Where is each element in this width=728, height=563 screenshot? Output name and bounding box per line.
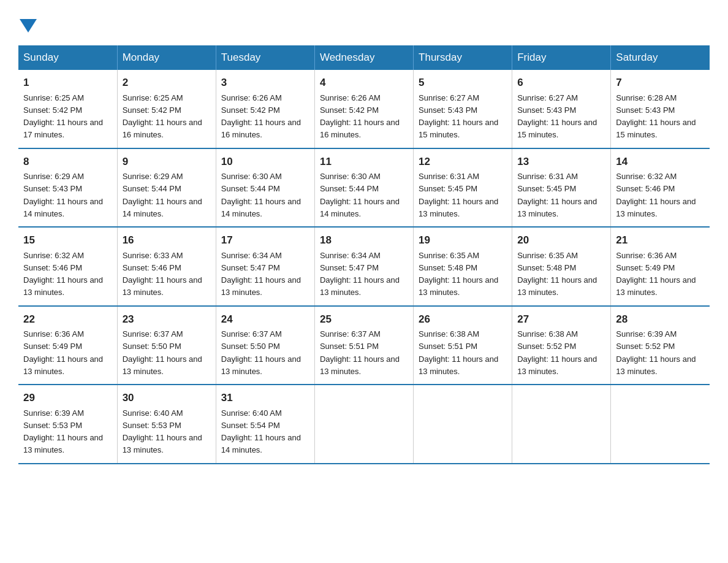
- day-number: 19: [419, 232, 507, 248]
- day-info: Sunrise: 6:30 AMSunset: 5:44 PMDaylight:…: [221, 172, 301, 218]
- calendar-cell: 29Sunrise: 6:39 AMSunset: 5:53 PMDayligh…: [18, 385, 117, 464]
- calendar-header-row: SundayMondayTuesdayWednesdayThursdayFrid…: [18, 45, 710, 70]
- day-info: Sunrise: 6:39 AMSunset: 5:53 PMDaylight:…: [23, 408, 103, 455]
- calendar-week-row: 15Sunrise: 6:32 AMSunset: 5:46 PMDayligh…: [18, 227, 710, 306]
- day-info: Sunrise: 6:40 AMSunset: 5:54 PMDaylight:…: [221, 408, 301, 455]
- day-info: Sunrise: 6:40 AMSunset: 5:53 PMDaylight:…: [123, 408, 202, 455]
- day-number: 29: [23, 390, 112, 406]
- calendar-cell: 4Sunrise: 6:26 AMSunset: 5:42 PMDaylight…: [314, 70, 413, 148]
- day-info: Sunrise: 6:27 AMSunset: 5:43 PMDaylight:…: [517, 93, 597, 140]
- calendar-cell: 15Sunrise: 6:32 AMSunset: 5:46 PMDayligh…: [18, 227, 117, 306]
- day-info: Sunrise: 6:39 AMSunset: 5:52 PMDaylight:…: [616, 329, 696, 376]
- day-number: 2: [123, 75, 211, 91]
- day-number: 11: [320, 154, 408, 170]
- day-number: 3: [221, 75, 309, 91]
- day-number: 8: [23, 154, 112, 170]
- day-info: Sunrise: 6:36 AMSunset: 5:49 PMDaylight:…: [616, 251, 696, 297]
- calendar-table: SundayMondayTuesdayWednesdayThursdayFrid…: [18, 45, 710, 464]
- calendar-cell: 13Sunrise: 6:31 AMSunset: 5:45 PMDayligh…: [512, 148, 611, 228]
- calendar-cell: 9Sunrise: 6:29 AMSunset: 5:44 PMDaylight…: [117, 148, 216, 228]
- calendar-cell: 12Sunrise: 6:31 AMSunset: 5:45 PMDayligh…: [414, 148, 512, 228]
- day-info: Sunrise: 6:33 AMSunset: 5:46 PMDaylight:…: [123, 251, 202, 297]
- logo-arrow-icon: [18, 21, 37, 33]
- day-number: 15: [23, 232, 112, 248]
- calendar-cell: 28Sunrise: 6:39 AMSunset: 5:52 PMDayligh…: [611, 306, 710, 385]
- day-number: 27: [517, 312, 605, 327]
- day-info: Sunrise: 6:38 AMSunset: 5:51 PMDaylight:…: [419, 329, 498, 376]
- day-info: Sunrise: 6:29 AMSunset: 5:44 PMDaylight:…: [123, 172, 202, 218]
- logo: [18, 18, 37, 36]
- calendar-header-thursday: Thursday: [414, 45, 512, 70]
- calendar-cell: 24Sunrise: 6:37 AMSunset: 5:50 PMDayligh…: [216, 306, 314, 385]
- calendar-week-row: 1Sunrise: 6:25 AMSunset: 5:42 PMDaylight…: [18, 70, 710, 148]
- calendar-cell: 14Sunrise: 6:32 AMSunset: 5:46 PMDayligh…: [611, 148, 710, 228]
- calendar-cell: [611, 385, 710, 464]
- day-info: Sunrise: 6:37 AMSunset: 5:50 PMDaylight:…: [221, 329, 301, 376]
- calendar-header-monday: Monday: [117, 45, 216, 70]
- day-info: Sunrise: 6:35 AMSunset: 5:48 PMDaylight:…: [517, 251, 597, 297]
- day-info: Sunrise: 6:35 AMSunset: 5:48 PMDaylight:…: [419, 251, 498, 297]
- calendar-cell: 27Sunrise: 6:38 AMSunset: 5:52 PMDayligh…: [512, 306, 611, 385]
- calendar-cell: 16Sunrise: 6:33 AMSunset: 5:46 PMDayligh…: [117, 227, 216, 306]
- day-number: 1: [23, 75, 112, 91]
- day-number: 9: [123, 154, 211, 170]
- day-number: 12: [419, 154, 507, 170]
- day-number: 22: [23, 312, 112, 327]
- calendar-cell: 21Sunrise: 6:36 AMSunset: 5:49 PMDayligh…: [611, 227, 710, 306]
- calendar-header-sunday: Sunday: [18, 45, 117, 70]
- day-info: Sunrise: 6:32 AMSunset: 5:46 PMDaylight:…: [23, 251, 103, 297]
- day-number: 13: [517, 154, 605, 170]
- day-number: 25: [320, 312, 408, 327]
- calendar-cell: 22Sunrise: 6:36 AMSunset: 5:49 PMDayligh…: [18, 306, 117, 385]
- day-number: 26: [419, 312, 507, 327]
- calendar-cell: 6Sunrise: 6:27 AMSunset: 5:43 PMDaylight…: [512, 70, 611, 148]
- calendar-cell: 25Sunrise: 6:37 AMSunset: 5:51 PMDayligh…: [314, 306, 413, 385]
- day-number: 4: [320, 75, 408, 91]
- calendar-week-row: 8Sunrise: 6:29 AMSunset: 5:43 PMDaylight…: [18, 148, 710, 228]
- day-info: Sunrise: 6:38 AMSunset: 5:52 PMDaylight:…: [517, 329, 597, 376]
- day-number: 18: [320, 232, 408, 248]
- day-number: 21: [616, 232, 705, 248]
- day-number: 20: [517, 232, 605, 248]
- day-info: Sunrise: 6:34 AMSunset: 5:47 PMDaylight:…: [320, 251, 400, 297]
- day-info: Sunrise: 6:32 AMSunset: 5:46 PMDaylight:…: [616, 172, 696, 218]
- calendar-cell: 7Sunrise: 6:28 AMSunset: 5:43 PMDaylight…: [611, 70, 710, 148]
- calendar-cell: 10Sunrise: 6:30 AMSunset: 5:44 PMDayligh…: [216, 148, 314, 228]
- calendar-cell: 23Sunrise: 6:37 AMSunset: 5:50 PMDayligh…: [117, 306, 216, 385]
- calendar-cell: 3Sunrise: 6:26 AMSunset: 5:42 PMDaylight…: [216, 70, 314, 148]
- day-info: Sunrise: 6:37 AMSunset: 5:51 PMDaylight:…: [320, 329, 400, 376]
- day-number: 5: [419, 75, 507, 91]
- calendar-cell: 26Sunrise: 6:38 AMSunset: 5:51 PMDayligh…: [414, 306, 512, 385]
- calendar-cell: 8Sunrise: 6:29 AMSunset: 5:43 PMDaylight…: [18, 148, 117, 228]
- calendar-header-wednesday: Wednesday: [314, 45, 413, 70]
- calendar-cell: 5Sunrise: 6:27 AMSunset: 5:43 PMDaylight…: [414, 70, 512, 148]
- day-info: Sunrise: 6:28 AMSunset: 5:43 PMDaylight:…: [616, 93, 696, 140]
- day-info: Sunrise: 6:25 AMSunset: 5:42 PMDaylight:…: [23, 93, 103, 140]
- day-number: 16: [123, 232, 211, 248]
- calendar-cell: 18Sunrise: 6:34 AMSunset: 5:47 PMDayligh…: [314, 227, 413, 306]
- calendar-header-friday: Friday: [512, 45, 611, 70]
- calendar-cell: [414, 385, 512, 464]
- calendar-cell: 19Sunrise: 6:35 AMSunset: 5:48 PMDayligh…: [414, 227, 512, 306]
- calendar-cell: 11Sunrise: 6:30 AMSunset: 5:44 PMDayligh…: [314, 148, 413, 228]
- day-number: 10: [221, 154, 309, 170]
- header: [18, 12, 710, 36]
- day-number: 31: [221, 390, 309, 406]
- day-info: Sunrise: 6:37 AMSunset: 5:50 PMDaylight:…: [123, 329, 202, 376]
- calendar-cell: 2Sunrise: 6:25 AMSunset: 5:42 PMDaylight…: [117, 70, 216, 148]
- day-number: 17: [221, 232, 309, 248]
- day-number: 23: [123, 312, 211, 327]
- day-number: 7: [616, 75, 705, 91]
- calendar-cell: 17Sunrise: 6:34 AMSunset: 5:47 PMDayligh…: [216, 227, 314, 306]
- day-info: Sunrise: 6:27 AMSunset: 5:43 PMDaylight:…: [419, 93, 498, 140]
- day-number: 30: [123, 390, 211, 406]
- day-info: Sunrise: 6:31 AMSunset: 5:45 PMDaylight:…: [419, 172, 498, 218]
- day-info: Sunrise: 6:25 AMSunset: 5:42 PMDaylight:…: [123, 93, 202, 140]
- day-info: Sunrise: 6:31 AMSunset: 5:45 PMDaylight:…: [517, 172, 597, 218]
- day-number: 24: [221, 312, 309, 327]
- day-number: 28: [616, 312, 705, 327]
- day-info: Sunrise: 6:34 AMSunset: 5:47 PMDaylight:…: [221, 251, 301, 297]
- calendar-week-row: 22Sunrise: 6:36 AMSunset: 5:49 PMDayligh…: [18, 306, 710, 385]
- calendar-cell: 30Sunrise: 6:40 AMSunset: 5:53 PMDayligh…: [117, 385, 216, 464]
- calendar-cell: 20Sunrise: 6:35 AMSunset: 5:48 PMDayligh…: [512, 227, 611, 306]
